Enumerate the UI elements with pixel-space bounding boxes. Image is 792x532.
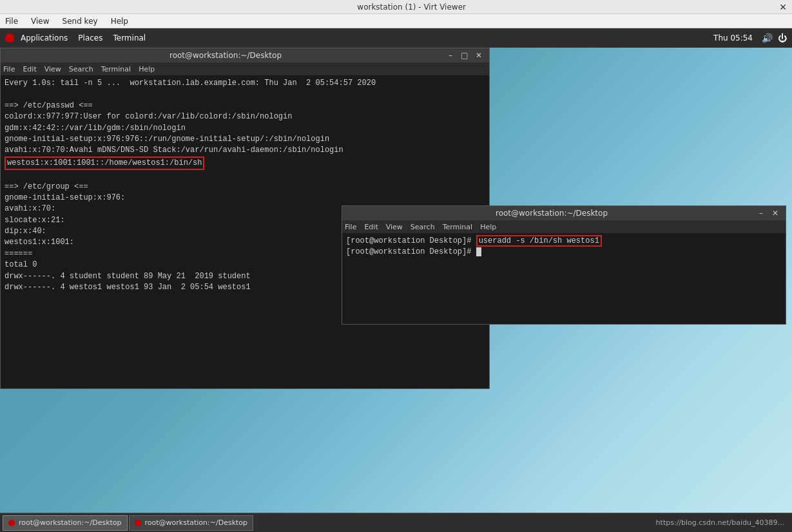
virt-viewer-menubar: File View Send key Help bbox=[0, 14, 792, 28]
term2-menu-terminal[interactable]: Terminal bbox=[443, 223, 473, 231]
term2-menubar: File Edit View Search Terminal Help bbox=[342, 220, 786, 233]
menu-file[interactable]: File bbox=[3, 15, 21, 27]
highlight-westos1-passwd: westos1:x:1001:1001::/home/westos1:/bin/… bbox=[5, 157, 204, 170]
term1-titlebar: root@workstation:~/Desktop – □ ✕ bbox=[1, 48, 489, 62]
term1-menu-terminal[interactable]: Terminal bbox=[101, 65, 131, 73]
taskbar-dot-2 bbox=[135, 520, 141, 526]
term2-menu-edit[interactable]: Edit bbox=[364, 223, 378, 231]
term2-menu-help[interactable]: Help bbox=[480, 223, 496, 231]
terminal-window-2: root@workstation:~/Desktop – ✕ File Edit… bbox=[342, 205, 786, 325]
highlight-useradd-cmd: useradd -s /bin/sh westos1 bbox=[476, 235, 602, 247]
virt-viewer-titlebar: workstation (1) - Virt Viewer ✕ bbox=[0, 0, 792, 14]
close-button[interactable]: ✕ bbox=[779, 2, 787, 12]
gnome-panel: Applications Places Terminal Thu 05:54 🔊… bbox=[0, 28, 792, 48]
window-title: workstation (1) - Virt Viewer bbox=[44, 3, 779, 12]
menu-sendkey[interactable]: Send key bbox=[60, 15, 101, 27]
term1-menu-edit[interactable]: Edit bbox=[23, 65, 36, 73]
gnome-terminal[interactable]: Terminal bbox=[109, 32, 150, 44]
gnome-applications[interactable]: Applications bbox=[17, 32, 72, 44]
term1-menu-help[interactable]: Help bbox=[139, 65, 155, 73]
desktop: root@workstation:~/Desktop – □ ✕ File Ed… bbox=[0, 48, 792, 513]
term2-text: [root@workstation Desktop]# useradd -s /… bbox=[346, 236, 782, 258]
term2-title: root@workstation:~/Desktop bbox=[347, 209, 756, 218]
taskbar-url-text: https://blog.csdn.net/baidu_40389... bbox=[656, 518, 784, 527]
menu-view[interactable]: View bbox=[28, 15, 52, 27]
term2-content: [root@workstation Desktop]# useradd -s /… bbox=[342, 233, 786, 324]
power-icon[interactable]: ⏻ bbox=[778, 33, 787, 43]
term1-title: root@workstation:~/Desktop bbox=[6, 51, 445, 60]
term1-controls: – □ ✕ bbox=[445, 51, 484, 60]
term2-prompt1: [root@workstation Desktop]# bbox=[346, 236, 476, 245]
term2-min-btn[interactable]: – bbox=[756, 209, 766, 218]
gnome-panel-right: Thu 05:54 🔊 ⏻ bbox=[710, 32, 787, 44]
term2-controls: – ✕ bbox=[756, 209, 780, 218]
term1-menu-file[interactable]: File bbox=[3, 65, 15, 73]
taskbar-label-1: root@workstation:~/Desktop bbox=[19, 518, 122, 527]
term2-menu-file[interactable]: File bbox=[345, 223, 356, 231]
gnome-logo-icon bbox=[5, 33, 14, 43]
term1-menubar: File Edit View Search Terminal Help bbox=[1, 62, 489, 75]
cursor bbox=[476, 247, 481, 256]
gnome-clock: Thu 05:54 bbox=[710, 32, 757, 44]
term2-menu-view[interactable]: View bbox=[386, 223, 403, 231]
taskbar-url-hint: https://blog.csdn.net/baidu_40389... bbox=[656, 518, 789, 527]
term2-menu-search[interactable]: Search bbox=[410, 223, 435, 231]
taskbar-label-2: root@workstation:~/Desktop bbox=[145, 518, 248, 527]
gnome-apps-group: Applications Places Terminal bbox=[5, 32, 150, 44]
term1-menu-search[interactable]: Search bbox=[69, 65, 93, 73]
gnome-places[interactable]: Places bbox=[74, 32, 106, 44]
taskbar-dot-1 bbox=[8, 520, 15, 526]
taskbar-item-2[interactable]: root@workstation:~/Desktop bbox=[129, 515, 254, 531]
term1-close-btn[interactable]: ✕ bbox=[474, 51, 484, 60]
term2-titlebar: root@workstation:~/Desktop – ✕ bbox=[342, 206, 786, 220]
menu-help[interactable]: Help bbox=[108, 15, 131, 27]
taskbar-item-1[interactable]: root@workstation:~/Desktop bbox=[3, 515, 128, 531]
term1-min-btn[interactable]: – bbox=[445, 51, 456, 60]
term1-max-btn[interactable]: □ bbox=[459, 51, 470, 60]
volume-icon[interactable]: 🔊 bbox=[762, 33, 773, 43]
taskbar: root@workstation:~/Desktop root@workstat… bbox=[0, 513, 792, 532]
term1-menu-view[interactable]: View bbox=[44, 65, 61, 73]
term2-close-btn[interactable]: ✕ bbox=[770, 209, 780, 218]
